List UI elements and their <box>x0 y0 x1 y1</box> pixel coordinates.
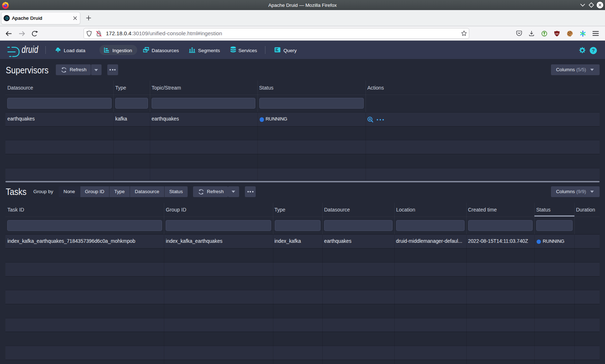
svg-text:?: ? <box>592 48 595 53</box>
svg-text:UO: UO <box>555 32 559 35</box>
